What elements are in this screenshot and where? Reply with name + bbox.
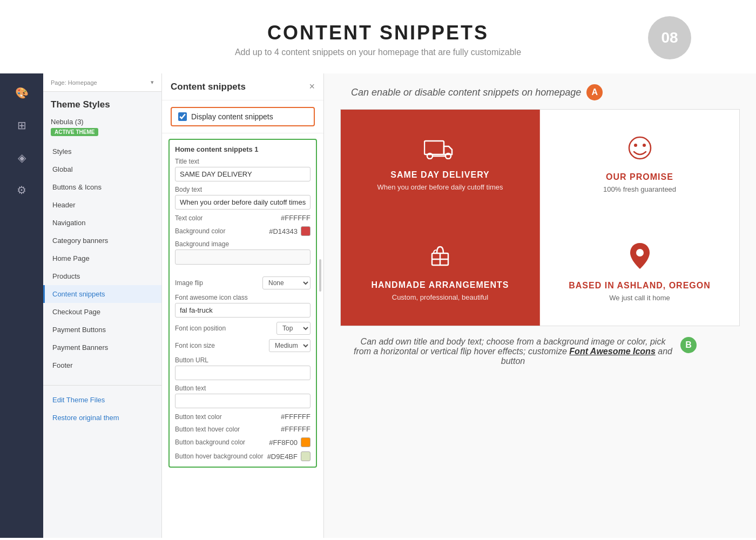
- snippet-3-icon: [427, 242, 454, 273]
- nav-item-restore-theme[interactable]: Restore original them: [43, 409, 161, 427]
- button-text-hover-color-row: Button text hover color #FFFFFF: [175, 425, 310, 433]
- sidebar-icon-theme[interactable]: 🎨: [11, 82, 32, 104]
- snippet-card-3: HANDMADE ARRANGEMENTS Custom, profession…: [341, 218, 540, 326]
- page-header: CONTENT SNIPPETS Add up to 4 content sni…: [0, 0, 756, 73]
- nav-item-edit-theme-files[interactable]: Edit Theme Files: [43, 391, 161, 409]
- svg-rect-0: [424, 141, 444, 154]
- button-text-hover-color-value: #FFFFFF: [281, 425, 310, 433]
- nav-item-payment-banners[interactable]: Payment Banners: [43, 339, 161, 356]
- annotation-a-row: Can enable or disable content snippets o…: [340, 84, 740, 100]
- image-flip-row: Image flip None Horizontal Vertical: [175, 276, 310, 289]
- font-icon-size-row: Font icon size Medium Small Large: [175, 339, 310, 352]
- snippet-3-title: HANDMADE ARRANGEMENTS: [371, 280, 509, 290]
- theme-panel-title: Theme Styles: [43, 92, 161, 114]
- image-flip-label: Image flip: [175, 279, 203, 287]
- button-hover-bg-color-value: #D9E4BF: [267, 451, 310, 461]
- svg-point-5: [634, 144, 637, 147]
- font-icon-label: Font awesome icon class: [175, 294, 310, 301]
- nav-item-home-page[interactable]: Home Page: [43, 249, 161, 267]
- button-text-input[interactable]: [175, 394, 310, 408]
- button-hover-bg-color-row: Button hover background color #D9E4BF: [175, 451, 310, 461]
- sidebar-icon-settings[interactable]: ⚙: [11, 179, 32, 201]
- nav-item-category-banners[interactable]: Category banners: [43, 232, 161, 249]
- snippet-card-2: OUR PROMISE 100% fresh guaranteed: [540, 110, 739, 218]
- theme-info: Nebula (3) ACTIVE THEME: [43, 114, 161, 143]
- snippet-2-icon: [626, 134, 653, 165]
- button-text-hover-color-hex: #FFFFFF: [281, 425, 310, 433]
- annotation-a-badge: A: [586, 84, 603, 100]
- bg-color-label: Background color: [175, 227, 225, 235]
- bg-color-hex: #D14343: [269, 227, 298, 235]
- snippet-4-body: We just call it home: [609, 294, 670, 302]
- annotation-a-text: Can enable or disable content snippets o…: [351, 87, 581, 98]
- button-text-label: Button text: [175, 384, 310, 392]
- font-icon-position-label: Font icon position: [175, 325, 226, 332]
- nav-item-content-snippets[interactable]: Content snippets: [43, 285, 161, 303]
- page-selector-label: Page: Homepage: [51, 79, 97, 86]
- nav-item-buttons-icons[interactable]: Buttons & Icons: [43, 178, 161, 196]
- button-text-color-hex: #FFFFFF: [281, 413, 310, 421]
- bg-color-swatch[interactable]: [301, 226, 310, 236]
- display-toggle-label[interactable]: Display content snippets: [171, 107, 315, 126]
- button-hover-bg-color-label: Button hover background color: [175, 453, 263, 460]
- snippet-1-body: When you order before daily cutoff times: [377, 183, 503, 191]
- svg-point-6: [643, 144, 646, 147]
- svg-point-10: [636, 249, 644, 256]
- font-icon-size-select[interactable]: Medium Small Large: [269, 339, 310, 352]
- nav-item-global[interactable]: Global: [43, 160, 161, 178]
- text-color-value: #FFFFFF: [281, 214, 310, 222]
- snippet-grid: SAME DAY DELIVERY When you order before …: [340, 109, 740, 326]
- snippet-3-body: Custom, professional, beautiful: [392, 293, 488, 301]
- sidebar-icon-layers[interactable]: ◈: [11, 147, 32, 168]
- snippets-section-1: Home content snippets 1 Title text Body …: [168, 139, 317, 468]
- body-field-input[interactable]: [175, 195, 310, 210]
- theme-nav: Styles Global Buttons & Icons Header Nav…: [43, 143, 161, 374]
- snippet-2-title: OUR PROMISE: [606, 172, 673, 182]
- image-flip-select[interactable]: None Horizontal Vertical: [262, 276, 310, 289]
- display-toggle-row: Display content snippets: [162, 100, 323, 133]
- bg-color-row: Background color #D14343: [175, 226, 310, 236]
- theme-name: Nebula (3): [51, 118, 154, 126]
- main-layout: 🎨 ⊞ ◈ ⚙ Page: Homepage ▾ Theme Styles Ne…: [0, 73, 756, 538]
- page-selector[interactable]: Page: Homepage ▾: [43, 73, 161, 92]
- bg-image-input[interactable]: [175, 249, 310, 265]
- font-icon-position-row: Font icon position Top Left Right: [175, 322, 310, 335]
- text-color-hex: #FFFFFF: [281, 214, 310, 222]
- title-field-label: Title text: [175, 158, 310, 165]
- snippet-card-4: BASED IN ASHLAND, OREGON We just call it…: [540, 218, 739, 326]
- button-text-color-row: Button text color #FFFFFF: [175, 413, 310, 421]
- button-url-input[interactable]: [175, 366, 310, 380]
- nav-item-footer[interactable]: Footer: [43, 356, 161, 374]
- section-1-label: Home content snippets 1: [175, 145, 310, 153]
- page-subtitle: Add up to 4 content snippets on your hom…: [235, 48, 521, 57]
- body-field-label: Body text: [175, 186, 310, 193]
- button-bg-color-value: #FF8F00: [269, 437, 310, 447]
- sidebar-icon-layout[interactable]: ⊞: [11, 114, 32, 136]
- nav-item-products[interactable]: Products: [43, 267, 161, 285]
- snippet-4-title: BASED IN ASHLAND, OREGON: [569, 281, 711, 291]
- display-toggle-text: Display content snippets: [191, 112, 273, 121]
- scrollbar[interactable]: [319, 259, 321, 292]
- bg-image-label: Background image: [175, 240, 310, 248]
- sidebar: 🎨 ⊞ ◈ ⚙: [0, 73, 43, 538]
- nav-item-payment-buttons[interactable]: Payment Buttons: [43, 321, 161, 339]
- button-hover-bg-color-swatch[interactable]: [301, 451, 310, 461]
- font-icon-position-select[interactable]: Top Left Right: [276, 322, 310, 335]
- font-awesome-link[interactable]: Font Awesome Icons: [569, 347, 655, 356]
- button-text-color-value: #FFFFFF: [281, 413, 310, 421]
- nav-item-header[interactable]: Header: [43, 196, 161, 214]
- font-icon-input[interactable]: [175, 303, 310, 318]
- snippet-1-icon: [424, 137, 456, 163]
- annotation-b-row: Can add own title and body text; choose …: [340, 337, 740, 366]
- page-selector-arrow: ▾: [151, 79, 154, 86]
- title-field-input[interactable]: [175, 167, 310, 181]
- annotation-b-badge: B: [680, 337, 697, 353]
- button-bg-color-swatch[interactable]: [301, 437, 310, 447]
- nav-item-navigation[interactable]: Navigation: [43, 214, 161, 232]
- button-bg-color-row: Button background color #FF8F00: [175, 437, 310, 447]
- nav-item-styles[interactable]: Styles: [43, 143, 161, 160]
- nav-item-checkout-page[interactable]: Checkout Page: [43, 303, 161, 321]
- button-hover-bg-color-hex: #D9E4BF: [267, 453, 298, 461]
- close-panel-button[interactable]: ×: [309, 81, 315, 92]
- display-toggle-checkbox[interactable]: [178, 112, 187, 121]
